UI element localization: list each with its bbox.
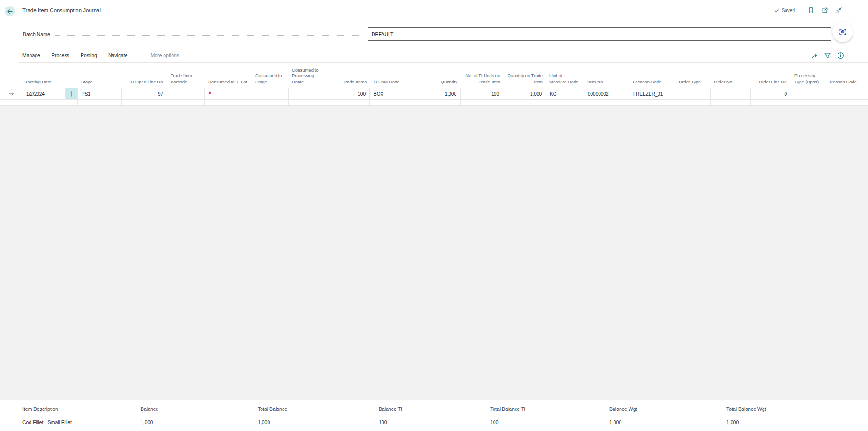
col-header-trade-items[interactable]: Trade Items (325, 63, 370, 88)
cell-trade-item-barcode[interactable] (167, 88, 205, 99)
menu-posting[interactable]: Posting (81, 52, 97, 58)
total-value: 1,000 (726, 419, 867, 425)
journal-grid: Posting Date Stage TI Open Line No. Trad… (0, 63, 868, 106)
cell-no-of-ti-units[interactable] (461, 100, 503, 105)
cell-ti-open-line-no[interactable] (122, 100, 167, 105)
total-label: Item Description (22, 406, 141, 412)
total-label: Total Balance (258, 406, 379, 412)
cell-consumed-to-processing-route[interactable] (289, 100, 325, 105)
col-header-ti-uom-code[interactable]: TI UoM Code (370, 63, 427, 88)
barcode-scan-button[interactable] (832, 22, 853, 42)
col-header-consumed-to-stage[interactable]: Consumed to Stage (252, 63, 289, 88)
cell-quantity-on-trade-item[interactable] (503, 100, 546, 105)
col-header-selector (0, 63, 22, 88)
row-selector-cell[interactable] (0, 100, 22, 105)
cell-order-no[interactable] (711, 88, 751, 99)
col-header-consumed-to-processing-route[interactable]: Consumed to Processing Route (289, 63, 325, 88)
cell-processing-type[interactable] (791, 88, 826, 99)
menu-process[interactable]: Process (52, 52, 69, 58)
total-item-description: Item Description Cod Fillet - Small Fill… (22, 406, 141, 431)
cell-unit-of-measure-code[interactable] (546, 100, 584, 105)
menu-manage[interactable]: Manage (22, 52, 40, 58)
cell-item-no[interactable]: 00000002 (584, 88, 629, 99)
cell-consumed-to-ti-lot[interactable] (205, 100, 252, 105)
total-total-balance: Total Balance 1,000 (258, 406, 379, 431)
cell-consumed-to-ti-lot[interactable]: * (205, 88, 252, 99)
cell-item-no[interactable] (584, 100, 629, 105)
item-no-link[interactable]: 00000002 (588, 91, 609, 97)
top-bar-controls: Saved (774, 0, 843, 21)
cell-ti-uom-code[interactable] (370, 100, 427, 105)
batch-section: Batch Name (0, 21, 868, 48)
col-header-unit-of-measure-code[interactable]: Unit of Measure Code (546, 63, 584, 88)
cell-consumed-to-stage[interactable] (252, 88, 289, 99)
cell-consumed-to-processing-route[interactable] (289, 88, 325, 99)
cell-order-type[interactable] (675, 100, 711, 105)
total-total-balance-wgt: Total Balance Wgt 1,000 (726, 406, 867, 431)
cell-order-no[interactable] (711, 100, 751, 105)
cell-order-line-no[interactable] (751, 100, 791, 105)
cell-stage[interactable] (78, 100, 122, 105)
arrow-right-icon (8, 91, 14, 97)
cell-posting-date[interactable]: 1/2/2024 (22, 88, 66, 99)
location-code-link[interactable]: FREEZER_01 (633, 91, 663, 97)
cell-quantity[interactable]: 1,000 (427, 88, 461, 99)
checkmark-icon (774, 8, 779, 13)
cell-trade-item-barcode[interactable] (167, 100, 205, 105)
col-header-stage[interactable]: Stage (78, 63, 122, 88)
cell-posting-date[interactable] (22, 100, 78, 105)
col-header-trade-item-barcode[interactable]: Trade Item Barcode (167, 63, 205, 88)
cell-reason-code[interactable] (826, 88, 868, 99)
total-label: Balance Wgt (609, 406, 726, 412)
collapse-icon[interactable] (835, 7, 843, 14)
cell-menu-button[interactable]: ⋮ (66, 88, 78, 99)
col-header-order-no[interactable]: Order No. (711, 63, 751, 88)
cell-order-line-no[interactable]: 0 (751, 88, 791, 99)
col-header-ti-open-line-no[interactable]: TI Open Line No. (122, 63, 167, 88)
total-value: 100 (490, 419, 609, 425)
cell-unit-of-measure-code[interactable]: KG (546, 88, 584, 99)
col-header-order-type[interactable]: Order Type (675, 63, 711, 88)
col-header-reason-code[interactable]: Reason Code (826, 63, 868, 88)
bookmark-icon[interactable] (807, 7, 815, 14)
cell-location-code[interactable]: FREEZER_01 (629, 88, 675, 99)
share-icon[interactable] (810, 52, 818, 59)
col-header-processing-type[interactable]: Processing Type (Dpmt) (791, 63, 826, 88)
cell-trade-items[interactable]: 100 (325, 88, 370, 99)
cell-trade-items[interactable] (325, 100, 370, 105)
col-header-quantity-on-trade-item[interactable]: Quantity on Trade Item (503, 63, 546, 88)
dotted-leader (55, 35, 365, 36)
total-value: 1,000 (609, 419, 726, 425)
col-header-consumed-to-ti-lot[interactable]: Consumed to TI Lot (205, 63, 252, 88)
cell-quantity[interactable] (427, 100, 461, 105)
back-arrow-icon (7, 8, 13, 15)
cell-location-code[interactable] (629, 100, 675, 105)
cell-ti-uom-code[interactable]: BOX (370, 88, 427, 99)
page-title: Trade Item Consumption Journal (22, 0, 101, 21)
cell-processing-type[interactable] (791, 100, 826, 105)
batch-name-input[interactable] (368, 27, 831, 41)
cell-order-type[interactable] (675, 88, 711, 99)
back-button[interactable] (5, 6, 15, 16)
total-value: 100 (379, 419, 490, 425)
cell-ti-open-line-no[interactable]: 97 (122, 88, 167, 99)
menu-navigate[interactable]: Navigate (108, 52, 127, 58)
col-header-location-code[interactable]: Location Code (629, 63, 675, 88)
col-header-order-line-no[interactable]: Order Line No. (751, 63, 791, 88)
col-header-no-of-ti-units[interactable]: No. of TI Units on Trade Item (461, 63, 503, 88)
cell-no-of-ti-units[interactable]: 100 (461, 88, 503, 99)
popout-icon[interactable] (821, 7, 829, 14)
col-header-posting-date[interactable]: Posting Date (22, 63, 78, 88)
info-icon[interactable] (837, 52, 845, 59)
menu-more-options[interactable]: More options (150, 52, 179, 58)
cell-quantity-on-trade-item[interactable]: 1,000 (503, 88, 546, 99)
save-status: Saved (774, 8, 795, 13)
row-selector-cell[interactable] (0, 88, 22, 99)
filter-icon[interactable] (823, 52, 831, 59)
cell-stage[interactable]: PS1 (78, 88, 122, 99)
action-bar: Manage Process Posting Navigate More opt… (0, 48, 868, 62)
cell-consumed-to-stage[interactable] (252, 100, 289, 105)
col-header-quantity[interactable]: Quantity (427, 63, 461, 88)
col-header-item-no[interactable]: Item No. (584, 63, 629, 88)
cell-reason-code[interactable] (826, 100, 868, 105)
